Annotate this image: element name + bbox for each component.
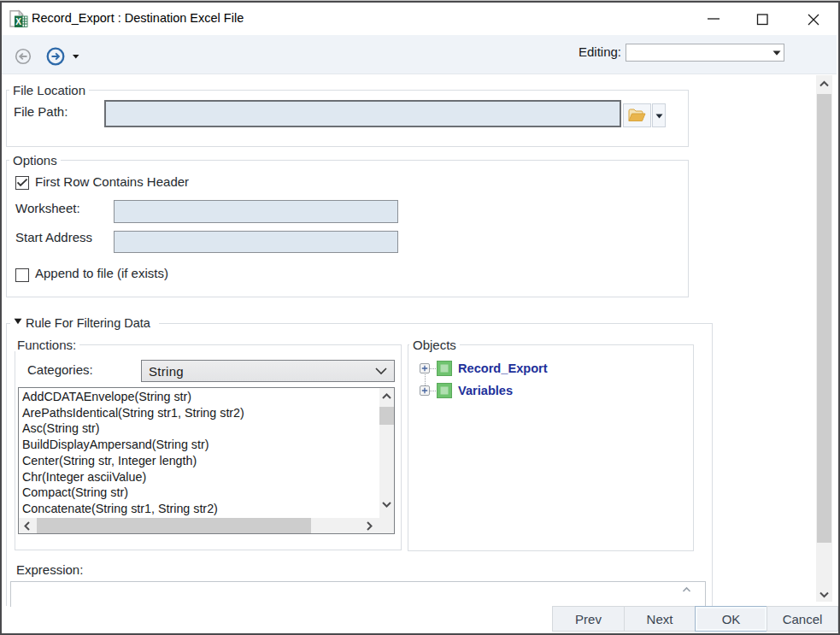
svg-text:X: X: [15, 17, 21, 26]
